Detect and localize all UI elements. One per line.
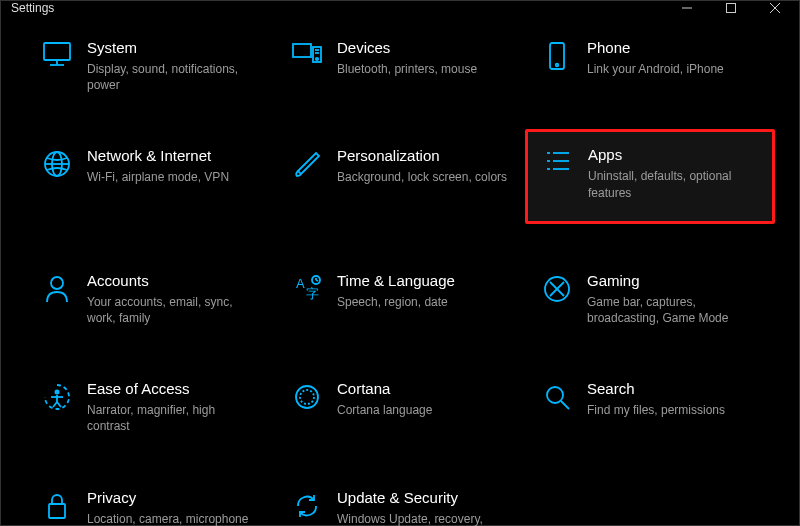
svg-line-33 xyxy=(53,402,57,407)
titlebar: Settings xyxy=(1,1,799,15)
tile-title: Time & Language xyxy=(337,272,511,290)
svg-rect-4 xyxy=(44,43,70,60)
tile-accounts[interactable]: Accounts Your accounts, email, sync, wor… xyxy=(25,266,275,332)
svg-point-30 xyxy=(55,390,60,395)
minimize-icon xyxy=(682,3,692,13)
svg-point-23 xyxy=(51,277,63,289)
tile-desc: Link your Android, iPhone xyxy=(587,61,761,77)
tile-personalization[interactable]: Personalization Background, lock screen,… xyxy=(275,141,525,223)
phone-icon xyxy=(533,39,581,71)
tile-title: Devices xyxy=(337,39,511,57)
tile-desc: Background, lock screen, colors xyxy=(337,169,511,185)
tile-title: Personalization xyxy=(337,147,511,165)
svg-point-37 xyxy=(547,387,563,403)
svg-line-38 xyxy=(561,401,569,409)
svg-point-13 xyxy=(556,64,559,67)
tile-desc: Cortana language xyxy=(337,402,511,418)
svg-text:字: 字 xyxy=(306,286,319,301)
maximize-icon xyxy=(726,3,736,13)
tile-desc: Display, sound, notifications, power xyxy=(87,61,261,93)
ease-of-access-icon xyxy=(33,380,81,412)
devices-icon xyxy=(283,39,331,67)
settings-home: System Display, sound, notifications, po… xyxy=(1,15,799,526)
tile-network[interactable]: Network & Internet Wi-Fi, airplane mode,… xyxy=(25,141,275,223)
tile-title: Ease of Access xyxy=(87,380,261,398)
svg-rect-39 xyxy=(49,504,65,518)
svg-point-11 xyxy=(316,58,318,60)
close-button[interactable] xyxy=(753,1,797,15)
tile-title: Phone xyxy=(587,39,761,57)
tile-update-security[interactable]: Update & Security Windows Update, recove… xyxy=(275,483,525,527)
svg-text:A: A xyxy=(296,276,305,291)
window-title: Settings xyxy=(11,1,665,15)
person-icon xyxy=(33,272,81,304)
tile-title: System xyxy=(87,39,261,57)
tile-title: Apps xyxy=(588,146,760,164)
tile-title: Privacy xyxy=(87,489,261,507)
tile-desc: Location, camera, microphone xyxy=(87,511,261,527)
tile-desc: Game bar, captures, broadcasting, Game M… xyxy=(587,294,761,326)
tile-title: Gaming xyxy=(587,272,761,290)
tile-time-language[interactable]: A字 Time & Language Speech, region, date xyxy=(275,266,525,332)
tile-desc: Bluetooth, printers, mouse xyxy=(337,61,511,77)
cortana-icon xyxy=(283,380,331,412)
tile-desc: Your accounts, email, sync, work, family xyxy=(87,294,261,326)
svg-rect-7 xyxy=(293,44,311,57)
tile-gaming[interactable]: Gaming Game bar, captures, broadcasting,… xyxy=(525,266,775,332)
tile-devices[interactable]: Devices Bluetooth, printers, mouse xyxy=(275,33,525,99)
tile-cortana[interactable]: Cortana Cortana language xyxy=(275,374,525,440)
svg-line-34 xyxy=(57,402,61,407)
tile-desc: Narrator, magnifier, high contrast xyxy=(87,402,261,434)
tile-privacy[interactable]: Privacy Location, camera, microphone xyxy=(25,483,275,527)
tile-desc: Wi-Fi, airplane mode, VPN xyxy=(87,169,261,185)
lock-icon xyxy=(33,489,81,521)
categories-grid: System Display, sound, notifications, po… xyxy=(25,33,775,526)
svg-rect-1 xyxy=(727,4,736,13)
window-controls xyxy=(665,1,797,15)
tile-title: Cortana xyxy=(337,380,511,398)
update-icon xyxy=(283,489,331,521)
svg-rect-12 xyxy=(550,43,564,69)
settings-window: Settings System Display, sound, noti xyxy=(0,0,800,526)
svg-line-28 xyxy=(316,280,318,281)
tile-title: Network & Internet xyxy=(87,147,261,165)
tile-system[interactable]: System Display, sound, notifications, po… xyxy=(25,33,275,99)
tile-desc: Windows Update, recovery, backup xyxy=(337,511,511,527)
tile-ease-of-access[interactable]: Ease of Access Narrator, magnifier, high… xyxy=(25,374,275,440)
system-icon xyxy=(33,39,81,67)
language-icon: A字 xyxy=(283,272,331,304)
search-icon xyxy=(533,380,581,412)
close-icon xyxy=(770,3,780,13)
tile-search[interactable]: Search Find my files, permissions xyxy=(525,374,775,440)
tile-apps[interactable]: Apps Uninstall, defaults, optional featu… xyxy=(525,129,775,223)
tile-desc: Speech, region, date xyxy=(337,294,511,310)
svg-point-36 xyxy=(300,390,314,404)
minimize-button[interactable] xyxy=(665,1,709,15)
xbox-icon xyxy=(533,272,581,304)
tile-desc: Find my files, permissions xyxy=(587,402,761,418)
tile-title: Update & Security xyxy=(337,489,511,507)
apps-icon xyxy=(534,146,582,174)
maximize-button[interactable] xyxy=(709,1,753,15)
tile-desc: Uninstall, defaults, optional features xyxy=(588,168,760,200)
tile-title: Search xyxy=(587,380,761,398)
globe-icon xyxy=(33,147,81,179)
tile-phone[interactable]: Phone Link your Android, iPhone xyxy=(525,33,775,99)
brush-icon xyxy=(283,147,331,177)
tile-title: Accounts xyxy=(87,272,261,290)
